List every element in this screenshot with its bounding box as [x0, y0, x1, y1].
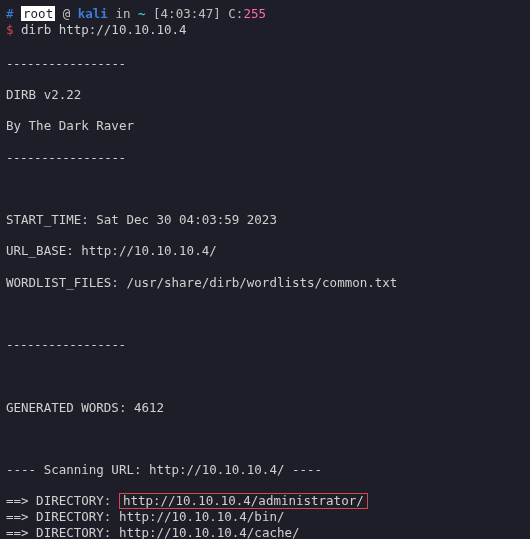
result-url: http://10.10.10.4/cache/	[119, 525, 300, 539]
author-line: By The Dark Raver	[6, 118, 524, 134]
hr-2: -----------------	[6, 150, 524, 166]
result-url: http://10.10.10.4/bin/	[119, 509, 285, 524]
prompt-line-1: # root @ kali in ~ [4:03:47] C:255	[6, 6, 524, 22]
result-url: http://10.10.10.4/administrator/	[119, 493, 368, 509]
gen-words-line: GENERATED WORDS: 4612	[6, 400, 524, 416]
url-base-line: URL_BASE: http://10.10.10.4/	[6, 243, 524, 259]
scanning-line: ---- Scanning URL: http://10.10.10.4/ --…	[6, 462, 524, 478]
start-time-line: START_TIME: Sat Dec 30 04:03:59 2023	[6, 212, 524, 228]
result-line: ==> DIRECTORY: http://10.10.10.4/cache/	[6, 525, 524, 539]
prompt-cstat: C:	[228, 6, 243, 21]
prompt-cnum: 255	[243, 6, 266, 21]
prompt-cwd: ~	[138, 6, 146, 21]
prompt-line-2[interactable]: $ dirb http://10.10.10.4	[6, 22, 524, 38]
result-prefix: ==> DIRECTORY:	[6, 509, 119, 524]
prompt-user: root	[21, 6, 55, 21]
command-text: dirb http://10.10.10.4	[21, 22, 187, 37]
hr-3: -----------------	[6, 337, 524, 353]
result-prefix: ==> DIRECTORY:	[6, 525, 119, 539]
hr-top: -----------------	[6, 56, 524, 72]
result-line: ==> DIRECTORY: http://10.10.10.4/adminis…	[6, 493, 524, 509]
wordlist-line: WORDLIST_FILES: /usr/share/dirb/wordlist…	[6, 275, 524, 291]
version-line: DIRB v2.22	[6, 87, 524, 103]
prompt-dollar: $	[6, 22, 14, 37]
prompt-in: in	[115, 6, 130, 21]
result-line: ==> DIRECTORY: http://10.10.10.4/bin/	[6, 509, 524, 525]
result-prefix: ==> DIRECTORY:	[6, 493, 119, 508]
prompt-at: @	[63, 6, 71, 21]
prompt-time: [4:03:47]	[153, 6, 221, 21]
prompt-host: kali	[78, 6, 108, 21]
prompt-hash: #	[6, 6, 14, 21]
dirb-output: ----------------- DIRB v2.22 By The Dark…	[6, 40, 524, 539]
directory-list: ==> DIRECTORY: http://10.10.10.4/adminis…	[6, 493, 524, 539]
